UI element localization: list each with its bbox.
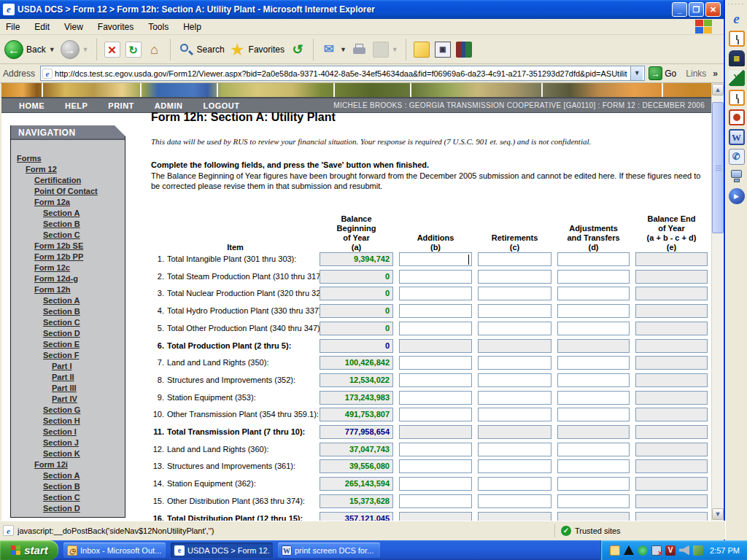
home-button[interactable]: ⌂ — [147, 42, 163, 58]
excel-icon[interactable]: X — [729, 70, 745, 86]
additions-input[interactable] — [399, 459, 472, 473]
sitenav-admin[interactable]: ADMIN — [155, 101, 183, 110]
scroll-up-icon[interactable]: ▲ — [712, 84, 724, 96]
adjustments-input[interactable] — [557, 443, 630, 456]
nav-link-section-a[interactable]: Section A — [11, 470, 125, 481]
additions-input[interactable] — [399, 494, 472, 508]
additions-input[interactable] — [399, 304, 472, 318]
my-computer-icon[interactable] — [729, 168, 745, 184]
retirements-input[interactable] — [478, 443, 551, 456]
refresh-button[interactable]: ↻ — [125, 42, 142, 58]
menu-view[interactable]: View — [64, 22, 83, 32]
adjustments-input[interactable] — [557, 494, 630, 508]
stop-button[interactable]: ✕ — [104, 42, 120, 58]
drag-handle-icon[interactable]: ····· — [726, 0, 747, 7]
nav-link-point-of-contact[interactable]: Point Of Contact — [11, 186, 125, 197]
menu-edit[interactable]: Edit — [34, 22, 50, 32]
address-dropdown-icon[interactable]: ▼ — [630, 66, 643, 80]
tray-monitor-error-icon[interactable] — [651, 545, 662, 556]
nav-link-part-ii[interactable]: Part II — [11, 372, 125, 383]
adjustments-input[interactable] — [557, 322, 630, 335]
adjustments-input[interactable] — [557, 270, 630, 284]
start-button[interactable]: start — [0, 540, 58, 560]
retirements-input[interactable] — [478, 494, 551, 508]
retirements-input[interactable] — [478, 270, 551, 284]
minimize-button[interactable]: _ — [672, 2, 687, 17]
additions-input[interactable] — [399, 373, 472, 387]
adjustments-input[interactable] — [557, 459, 630, 473]
adjustments-input[interactable] — [557, 477, 630, 491]
nav-link-section-a[interactable]: Section A — [11, 208, 125, 219]
retirements-input[interactable] — [478, 408, 551, 421]
favorites-button[interactable]: ★ Favorites — [230, 42, 285, 58]
additions-input[interactable] — [399, 322, 472, 335]
menu-favorites[interactable]: Favorites — [98, 22, 133, 32]
taskbar-task-1[interactable]: ◷Inbox - Microsoft Out... — [63, 542, 166, 558]
nav-link-section-b[interactable]: Section B — [11, 306, 125, 317]
additions-input[interactable] — [399, 270, 472, 284]
page-scrollbar[interactable]: ▲ ▼ — [711, 83, 724, 521]
sitenav-print[interactable]: PRINT — [108, 101, 134, 110]
links-chevron-icon[interactable]: » — [713, 69, 718, 79]
additions-input[interactable] — [399, 287, 472, 300]
retirements-input[interactable] — [478, 391, 551, 405]
address-url[interactable]: http://dcs.test.sc.egov.usda.gov/Form12/… — [55, 69, 630, 78]
mail-dropdown-icon[interactable]: ▼ — [340, 46, 347, 53]
retirements-input[interactable] — [478, 287, 551, 300]
nav-link-section-d[interactable]: Section D — [11, 503, 125, 514]
retirements-input[interactable] — [478, 322, 551, 335]
adjustments-input[interactable] — [557, 373, 630, 387]
print-button[interactable] — [352, 42, 368, 58]
back-dropdown-icon[interactable]: ▼ — [49, 46, 55, 53]
nav-link-form-12b-se[interactable]: Form 12b SE — [11, 241, 125, 252]
tray-globe-icon[interactable] — [638, 545, 648, 556]
mail-button[interactable]: ✉ ▼ — [321, 42, 347, 58]
nav-link-section-g[interactable]: Section G — [11, 405, 125, 416]
adjustments-input[interactable] — [557, 391, 630, 405]
retirements-input[interactable] — [478, 373, 551, 387]
media-bar-button[interactable]: ▣ — [435, 42, 451, 58]
nav-link-section-c[interactable]: Section C — [11, 492, 125, 503]
nav-link-section-a[interactable]: Section A — [11, 295, 125, 306]
scroll-down-icon[interactable]: ▼ — [712, 508, 724, 520]
word-icon[interactable]: W — [729, 129, 745, 145]
links-label[interactable]: Links — [686, 69, 706, 79]
sitenav-help[interactable]: HELP — [65, 101, 88, 110]
adjustments-input[interactable] — [557, 356, 630, 370]
schedule-plus-icon[interactable] — [729, 109, 745, 125]
nav-link-section-j[interactable]: Section J — [11, 438, 125, 448]
menu-file[interactable]: File — [6, 22, 20, 32]
back-button[interactable]: ← Back ▼ — [4, 40, 55, 59]
adjustments-input[interactable] — [557, 408, 630, 421]
nav-link-section-b[interactable]: Section B — [11, 481, 125, 492]
nav-link-forms[interactable]: Forms — [11, 153, 125, 164]
outlook-clock-icon[interactable] — [729, 31, 745, 47]
additions-input[interactable] — [399, 252, 472, 266]
tray-device-icon[interactable] — [693, 545, 703, 556]
nav-link-section-h[interactable]: Section H — [11, 416, 125, 427]
sitenav-logout[interactable]: LOGOUT — [203, 101, 239, 110]
media-player-icon[interactable]: ▶ — [729, 188, 745, 204]
nav-link-section-e[interactable]: Section E — [11, 339, 125, 350]
restore-button[interactable]: ❐ — [689, 2, 704, 17]
retirements-input[interactable] — [478, 477, 551, 491]
additions-input[interactable] — [399, 391, 472, 405]
nav-link-form-12[interactable]: Form 12 — [11, 164, 125, 175]
address-book-icon[interactable]: ▤ — [729, 50, 745, 66]
messenger-note-button[interactable] — [414, 42, 430, 58]
ie-icon[interactable]: e — [729, 11, 745, 27]
nav-link-section-c[interactable]: Section C — [11, 230, 125, 241]
nav-link-part-iii[interactable]: Part III — [11, 383, 125, 394]
address-input[interactable]: e http://dcs.test.sc.egov.usda.gov/Form1… — [40, 66, 645, 81]
adjustments-input[interactable] — [557, 287, 630, 300]
nav-link-form-12b-pp[interactable]: Form 12b PP — [11, 252, 125, 262]
nav-link-part-i[interactable]: Part I — [11, 361, 125, 372]
additions-input[interactable] — [399, 477, 472, 491]
nav-link-form-12d-g[interactable]: Form 12d-g — [11, 273, 125, 284]
go-button[interactable]: → Go — [649, 66, 676, 80]
nav-link-section-i[interactable]: Section I — [11, 427, 125, 438]
nav-link-section-f[interactable]: Section F — [11, 350, 125, 361]
tray-clock-icon[interactable] — [610, 545, 620, 556]
nav-link-form-12h[interactable]: Form 12h — [11, 284, 125, 295]
additions-input[interactable] — [399, 356, 472, 370]
